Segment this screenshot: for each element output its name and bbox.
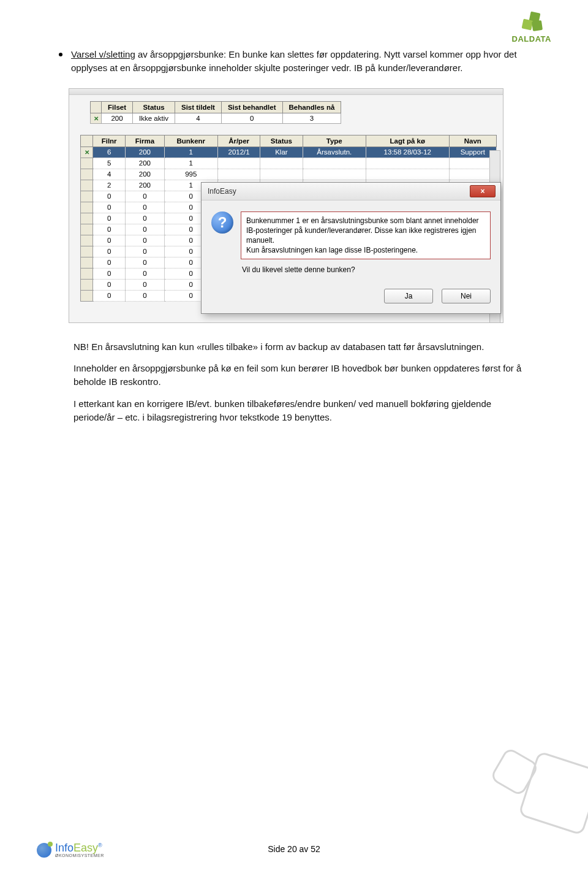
cell [217,158,260,169]
cell: 0 [93,257,126,268]
app-screenshot: Filset Status Sist tildelt Sist behandle… [69,88,503,323]
col-aar-per: År/per [217,135,260,147]
cell: 0 [126,202,164,213]
no-button[interactable]: Nei [442,289,491,303]
col-status: Status [133,101,175,113]
cell [81,169,93,180]
cell [260,158,303,169]
bullet-rest: av årsoppgjørsbunke: En bunke kan slette… [71,49,517,73]
yes-button[interactable]: Ja [384,289,433,303]
cell: 0 [126,279,164,290]
cell: 6 [93,147,126,158]
cell: Klar [260,147,303,158]
cell: 200 [126,147,164,158]
col-type: Type [303,135,366,147]
selected-row-icon: ✕ [94,115,99,122]
cell [81,202,93,213]
paragraph-3: I etterkant kan en korrigere IB/evt. bun… [74,397,527,424]
cell: 200 [126,180,164,191]
selected-row-icon: ✕ [85,149,89,156]
cell: ✕ [81,147,93,158]
brand-logo-top: DALDATA [512,11,551,44]
cell: 0 [93,213,126,224]
table-row[interactable]: 4200995 [81,169,497,180]
dialog-message: Bunkenummer 1 er en årsavslutningsbunke … [241,211,491,278]
cell: 2012/1 [217,147,260,158]
cell: 0 [126,191,164,202]
filset-header-row: Filset Status Sist tildelt Sist behandle… [91,101,341,113]
dialog-confirm-text: Vil du likevel slette denne bunken? [241,259,491,278]
close-button[interactable]: × [470,185,496,197]
dialog-title: InfoEasy [208,187,236,196]
col-filset: Filset [102,101,133,113]
cell [303,158,366,169]
cell: 2 [93,180,126,191]
cell: 0 [93,246,126,257]
col-navn: Navn [449,135,496,147]
table-row[interactable]: ✕620012012/1KlarÅrsavslutn.13:58 28/03-1… [81,147,497,158]
table-row[interactable]: 52001 [81,158,497,169]
close-icon: × [480,187,484,196]
page-number: Side 20 av 52 [0,844,588,854]
row-selector-header [91,101,102,113]
cell [81,191,93,202]
cell [81,213,93,224]
cell: 0 [126,235,164,246]
cell: 0 [93,290,126,301]
cell: 4 [93,169,126,180]
cell: 0 [126,246,164,257]
cell: 0 [93,268,126,279]
decorative-squares [459,710,570,821]
cell: 0 [126,290,164,301]
cell: 3 [282,113,341,123]
dialog-titlebar[interactable]: InfoEasy × [202,183,500,200]
col-lagt-paa-ko: Lagt på kø [366,135,450,147]
filset-table: Filset Status Sist tildelt Sist behandle… [90,101,341,124]
cell: 200 [126,158,164,169]
bullet-icon [59,53,62,56]
cell: 0 [93,202,126,213]
cell: 0 [126,213,164,224]
cell: 200 [102,113,133,123]
cell [303,169,366,180]
cell: 995 [164,169,217,180]
nb-paragraph: NB! En årsavslutning kan kun «rulles til… [74,340,527,354]
brand-cubes-icon [519,11,545,33]
cell [81,290,93,301]
bunke-header-row: Filnr Firma Bunkenr År/per Status Type L… [81,135,497,147]
cell: 0 [126,224,164,235]
row-selector[interactable]: ✕ [91,113,102,123]
col-behandles-naa: Behandles nå [282,101,341,113]
cell [260,169,303,180]
bullet-text: Varsel v/sletting av årsoppgjørsbunke: E… [71,48,527,75]
filset-row[interactable]: ✕ 200 Ikke aktiv 4 0 3 [91,113,341,123]
cell [81,279,93,290]
cell [366,169,450,180]
cell: 0 [93,279,126,290]
cell: 5 [93,158,126,169]
cell: 0 [93,224,126,235]
cell [81,224,93,235]
footer-sub: ØKONOMISYSTEMER [55,853,104,858]
cell: 1 [164,147,217,158]
cell [81,268,93,279]
cell: 0 [93,235,126,246]
cell: Ikke aktiv [133,113,175,123]
paragraph-2: Inneholder en årsoppgjørsbunke på kø en … [74,362,527,389]
col-filnr: Filnr [93,135,126,147]
cell: 200 [126,169,164,180]
dialog-body: ? Bunkenummer 1 er en årsavslutningsbunk… [202,200,500,283]
cell [81,257,93,268]
bullet-lead: Varsel v/sletting [71,49,135,59]
cell [81,235,93,246]
row-selector-header [81,135,93,147]
cell: 4 [175,113,221,123]
col-bunkenr: Bunkenr [164,135,217,147]
col-firma: Firma [126,135,164,147]
cell: 1 [164,158,217,169]
page-content: Varsel v/sletting av årsoppgjørsbunke: E… [74,48,527,432]
dialog-main-text: Bunkenummer 1 er en årsavslutningsbunke … [241,211,491,260]
col-sist-behandlet: Sist behandlet [221,101,282,113]
cell [366,158,450,169]
col-status: Status [260,135,303,147]
